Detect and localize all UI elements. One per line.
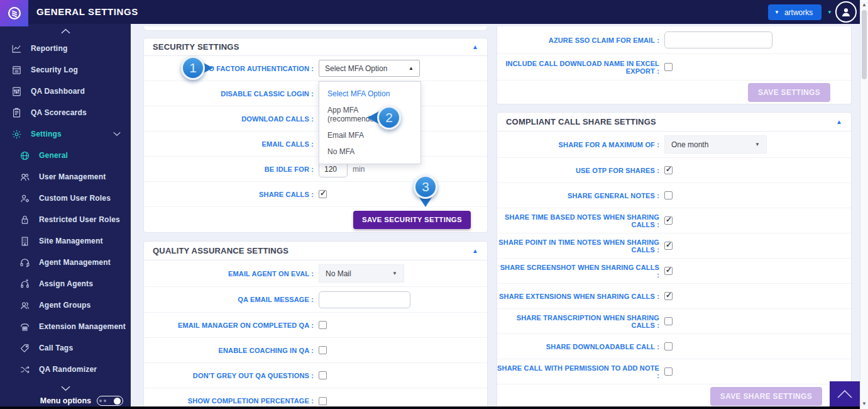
chevron-down-icon: ▼ bbox=[774, 9, 779, 15]
chart-line-icon bbox=[11, 43, 22, 54]
security-settings-title: SECURITY SETTINGS bbox=[153, 42, 239, 52]
app-header: GENERAL SETTINGS ▼ artworks ▼ bbox=[0, 0, 868, 24]
azure-sso-label: AZURE SSO CLAIM FOR EMAIL : bbox=[497, 36, 664, 44]
share-general-notes-label: SHARE GENERAL NOTES : bbox=[497, 192, 664, 199]
share-maximum-label: SHARE FOR A MAXIMUM OF : bbox=[497, 141, 664, 148]
sidebar-item-extension-management[interactable]: Extension Management bbox=[0, 316, 131, 337]
qa-email-message-label: QA EMAIL MESSAGE : bbox=[144, 296, 319, 303]
checkbox-share-time-notes[interactable] bbox=[664, 216, 673, 225]
checkbox-share-extensions[interactable] bbox=[664, 292, 673, 300]
sidebar-item-site-management[interactable]: Site Management bbox=[0, 230, 131, 252]
checkbox-excel-export[interactable] bbox=[664, 63, 673, 71]
download-calls-label: DOWNLOAD CALLS : bbox=[144, 115, 319, 123]
share-settings-title: COMPLIANT CALL SHARE SETTINGS bbox=[506, 117, 656, 126]
avatar[interactable] bbox=[835, 1, 857, 23]
qa-settings-title: QUALITY ASSURANCE SETTINGS bbox=[153, 246, 288, 255]
checkbox-share-transcription[interactable] bbox=[664, 317, 673, 325]
checkbox-show-completion[interactable] bbox=[319, 397, 327, 405]
checkbox-dont-grey-out[interactable] bbox=[319, 371, 327, 379]
quality-assurance-panel: QUALITY ASSURANCE SETTINGS ▲ EMAIL AGENT… bbox=[143, 241, 488, 406]
chevron-down-icon: ▼ bbox=[392, 271, 397, 276]
minutes-suffix: min bbox=[353, 165, 365, 174]
sidebar-scroll-down-icon[interactable] bbox=[0, 383, 131, 394]
share-downloadable-label: SHARE DOWNLOADABLE CALL : bbox=[497, 343, 664, 350]
menu-options-row: Menu options bbox=[0, 396, 131, 406]
sidebar-item-agent-groups[interactable]: Agent Groups bbox=[0, 294, 131, 316]
qa-email-message-input[interactable] bbox=[319, 291, 410, 308]
collapse-icon[interactable]: ▲ bbox=[836, 118, 842, 125]
sidebar-item-qa-scorecards[interactable]: QA Scorecards bbox=[0, 102, 131, 123]
sidebar-item-assign-agents[interactable]: Assign Agents bbox=[0, 273, 131, 294]
page-scrollbar[interactable]: ▲ ▼ bbox=[860, 0, 868, 409]
sidebar-item-qa-dashboard[interactable]: QA Dashboard bbox=[0, 81, 131, 102]
save-settings-button[interactable]: SAVE SETTINGS bbox=[748, 83, 830, 102]
email-agent-select[interactable]: No Mail ▼ bbox=[319, 264, 404, 283]
checkbox-share-calls[interactable] bbox=[319, 190, 327, 198]
menu-options-toggle[interactable] bbox=[97, 396, 123, 406]
shuffle-icon bbox=[19, 364, 30, 375]
checkbox-enable-coaching[interactable] bbox=[319, 346, 327, 354]
share-point-notes-label: SHARE POINT IN TIME NOTES WHEN SHARING C… bbox=[497, 238, 664, 254]
sidebar-item-custom-user-roles[interactable]: Custom User Roles bbox=[0, 188, 131, 209]
checkbox-use-otp[interactable] bbox=[664, 166, 673, 174]
email-agent-select-value: No Mail bbox=[326, 269, 351, 278]
tag-icon bbox=[19, 343, 30, 354]
mfa-select-value: Select MFA Option bbox=[325, 64, 387, 73]
sidebar-item-agent-management[interactable]: Agent Management bbox=[0, 252, 131, 273]
chevron-down-icon bbox=[113, 131, 121, 138]
azure-sso-input[interactable] bbox=[664, 31, 772, 48]
scroll-to-top-button[interactable] bbox=[830, 381, 860, 406]
mfa-select[interactable]: Select MFA Option ▲ bbox=[319, 60, 420, 77]
sidebar-item-general[interactable]: General bbox=[0, 145, 131, 166]
checkbox-share-screenshot[interactable] bbox=[664, 267, 673, 275]
app-logo[interactable] bbox=[0, 0, 28, 26]
collapse-icon[interactable]: ▲ bbox=[472, 247, 478, 254]
sidebar-item-reporting[interactable]: Reporting bbox=[0, 38, 131, 59]
toggle-dot bbox=[99, 400, 102, 402]
checkbox-share-general-notes[interactable] bbox=[664, 191, 673, 199]
mfa-option-select[interactable]: Select MFA Option bbox=[319, 86, 420, 102]
sidebar-item-restricted-user-roles[interactable]: Restricted User Roles bbox=[0, 209, 131, 230]
chevron-down-icon: ▼ bbox=[755, 142, 760, 147]
sidebar-item-user-management[interactable]: User Management bbox=[0, 166, 131, 188]
dont-grey-out-label: DON'T GREY OUT QA QUESTIONS : bbox=[144, 372, 319, 379]
share-maximum-select[interactable]: One month ▼ bbox=[664, 135, 767, 154]
scrollbar-up-icon[interactable]: ▲ bbox=[860, 2, 868, 8]
sliders-icon bbox=[11, 86, 22, 97]
share-screenshot-label: SHARE SCREENSHOT WHEN SHARING CALLS : bbox=[497, 264, 664, 279]
collapse-icon[interactable]: ▲ bbox=[472, 43, 478, 50]
scrollbar-thumb[interactable] bbox=[862, 10, 867, 79]
sidebar-item-call-tags[interactable]: Call Tags bbox=[0, 337, 131, 359]
save-security-settings-button[interactable]: SAVE SECURITY SETTINGS bbox=[353, 211, 471, 229]
sidebar: Reporting Security Log QA Dashboard QA S… bbox=[0, 24, 131, 406]
save-share-settings-button[interactable]: SAVE SHARE SETTINGS bbox=[710, 387, 822, 406]
mfa-option-email[interactable]: Email MFA bbox=[319, 127, 420, 143]
menu-options-label: Menu options bbox=[40, 396, 91, 405]
phone-keypad-icon bbox=[19, 322, 30, 332]
toggle-dot bbox=[104, 400, 106, 402]
general-settings-panel: AZURE SSO CLAIM FOR EMAIL : INCLUDE CALL… bbox=[497, 26, 852, 104]
lock-icon bbox=[19, 215, 30, 225]
show-completion-label: SHOW COMPLETION PERCENTAGE : bbox=[144, 397, 319, 405]
callout-badge-2: 2 bbox=[377, 106, 401, 130]
gear-icon bbox=[11, 129, 22, 140]
checkbox-share-permission-note[interactable] bbox=[664, 367, 673, 376]
compliant-call-share-panel: COMPLIANT CALL SHARE SETTINGS ▲ SHARE FO… bbox=[497, 112, 852, 408]
scrollbar-down-icon[interactable]: ▼ bbox=[860, 401, 868, 406]
tenant-selector-button[interactable]: ▼ artworks bbox=[768, 4, 821, 20]
user-group-icon bbox=[19, 300, 30, 311]
sidebar-item-settings[interactable]: Settings bbox=[0, 123, 131, 145]
enable-coaching-label: ENABLE COACHING IN QA : bbox=[144, 347, 319, 354]
checkbox-email-manager[interactable] bbox=[319, 321, 327, 329]
checkbox-share-downloadable[interactable] bbox=[664, 342, 673, 350]
sidebar-item-qa-randomizer[interactable]: QA Randomizer bbox=[0, 359, 131, 380]
previous-panel-edge bbox=[143, 26, 488, 31]
checkbox-share-point-notes[interactable] bbox=[664, 242, 673, 250]
page-title: GENERAL SETTINGS bbox=[36, 6, 138, 17]
users-icon bbox=[19, 172, 30, 182]
mfa-option-none[interactable]: No MFA bbox=[319, 143, 420, 160]
toggle-knob bbox=[114, 398, 121, 405]
user-gear-icon bbox=[19, 193, 30, 204]
user-menu-chevron-icon[interactable]: ▼ bbox=[827, 9, 832, 15]
sidebar-item-security-log[interactable]: Security Log bbox=[0, 59, 131, 81]
